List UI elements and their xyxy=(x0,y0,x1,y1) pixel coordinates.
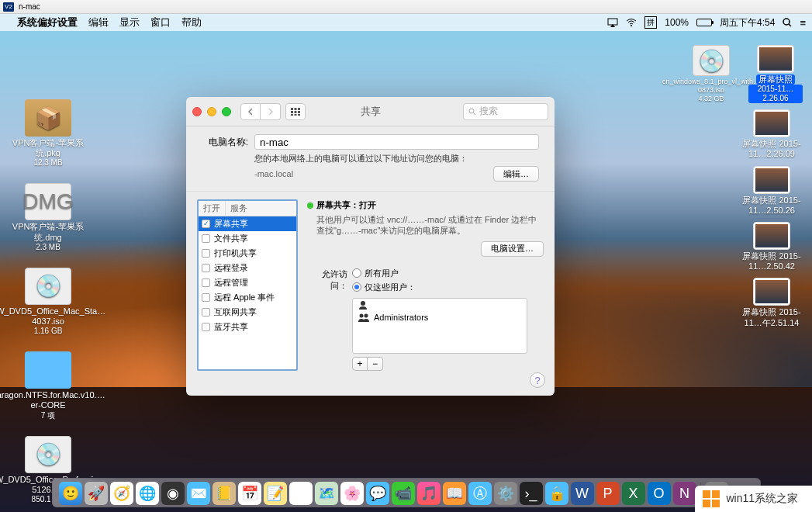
notification-center-icon[interactable]: ≡ xyxy=(800,17,806,29)
dock-launchpad-icon[interactable]: 🚀 xyxy=(85,482,108,505)
app-menu[interactable]: 系统偏好设置 xyxy=(17,16,78,29)
clock[interactable]: 周五下午4:54 xyxy=(720,16,775,29)
service-checkbox[interactable] xyxy=(202,323,210,331)
package-icon: 📦 xyxy=(25,99,71,137)
dock-powerpoint-icon[interactable]: P xyxy=(596,482,620,505)
service-item[interactable]: 远程管理 xyxy=(199,275,296,290)
group-icon xyxy=(358,313,370,322)
help-button[interactable]: ? xyxy=(530,372,545,388)
dock-dashboard-icon[interactable]: ◉ xyxy=(161,482,185,505)
search-input[interactable]: 搜索 xyxy=(463,103,548,120)
dock-messages-icon[interactable]: 💬 xyxy=(366,482,389,505)
svg-rect-5 xyxy=(291,108,293,110)
dock-photos-icon[interactable]: 🌸 xyxy=(340,482,364,505)
access-label: 允许访问： xyxy=(307,268,347,292)
airplay-icon[interactable] xyxy=(607,18,618,27)
iso-icon: 💿 xyxy=(693,45,730,76)
wifi-icon[interactable] xyxy=(626,19,637,26)
service-checkbox[interactable] xyxy=(202,264,210,272)
dock-outlook-icon[interactable]: O xyxy=(648,482,671,505)
service-item[interactable]: 打印机共享 xyxy=(199,246,296,261)
service-checkbox[interactable] xyxy=(202,278,210,287)
spotlight-icon[interactable] xyxy=(783,18,792,27)
maximize-button[interactable] xyxy=(222,107,231,116)
col-service[interactable]: 服务 xyxy=(226,201,296,216)
dock-notes-icon[interactable]: 📝 xyxy=(264,482,287,505)
menu-view[interactable]: 显示 xyxy=(119,16,140,29)
service-item[interactable]: 互联网共享 xyxy=(199,305,296,320)
dock-reminders-icon[interactable]: ✓ xyxy=(289,482,313,505)
service-checkbox[interactable] xyxy=(202,293,210,302)
dock-calendar-icon[interactable]: 📅 xyxy=(238,482,261,505)
service-item[interactable]: 远程 Apple 事件 xyxy=(199,290,296,305)
svg-point-17 xyxy=(360,313,364,317)
close-button[interactable] xyxy=(192,107,202,116)
svg-line-4 xyxy=(789,24,791,26)
svg-rect-0 xyxy=(608,19,617,25)
window-titlebar[interactable]: 共享 搜索 xyxy=(186,97,555,126)
service-checkbox[interactable] xyxy=(202,234,210,243)
service-item[interactable]: 远程登录 xyxy=(199,261,296,275)
dock-terminal-icon[interactable]: ›_ xyxy=(520,482,543,505)
desktop-icon-screenshot-selected[interactable]: 屏幕快照 2015-11…2.26.06 xyxy=(748,45,803,103)
dock-ibooks-icon[interactable]: 📖 xyxy=(443,482,466,505)
radio-only-users[interactable] xyxy=(352,282,361,292)
desktop-icon-folder[interactable]: Paragon.NTFS.for.Mac.v10.…er-CORE 7 项 xyxy=(9,351,87,420)
dock-mail-icon[interactable]: ✉️ xyxy=(187,482,210,505)
col-on[interactable]: 打开 xyxy=(199,201,226,216)
service-checkbox[interactable] xyxy=(202,249,210,258)
dock-appstore-icon[interactable]: Ⓐ xyxy=(468,482,492,505)
user-list[interactable]: Administrators xyxy=(352,298,527,354)
service-checkbox[interactable] xyxy=(202,308,210,317)
service-label: 远程管理 xyxy=(214,277,248,289)
remove-user-button[interactable]: − xyxy=(368,357,383,371)
dock-onenote-icon[interactable]: N xyxy=(673,482,696,505)
desktop-icon-screenshot[interactable]: 屏幕快照 2015-11…午2.51.14 xyxy=(741,278,803,327)
service-detail: 屏幕共享：打开 其他用户可以通过 vnc://……-mac/ 或通过在 Find… xyxy=(307,199,544,371)
dock-finder-icon[interactable]: 🙂 xyxy=(59,482,82,505)
menu-edit[interactable]: 编辑 xyxy=(88,16,109,29)
desktop-icon-win8iso[interactable]: 💿 cn_windows_8.1_pro_vl_with…0873.iso 4.… xyxy=(680,45,742,103)
dock-safari-icon[interactable]: 🧭 xyxy=(110,482,133,505)
svg-point-16 xyxy=(361,301,365,306)
desktop-icon-iso1[interactable]: 💿 SW_DVD5_Office_Mac_Sta…4037.iso 1.16 G… xyxy=(9,268,87,336)
minimize-button[interactable] xyxy=(207,107,216,116)
desktop-icon-pkg[interactable]: 📦 VPN客户端-苹果系统.pkg 12.3 MB xyxy=(9,99,87,168)
service-label: 打印机共享 xyxy=(214,247,257,259)
service-item[interactable]: ✓屏幕共享 xyxy=(199,216,296,231)
dock-maps-icon[interactable]: 🗺️ xyxy=(315,482,338,505)
service-label: 远程登录 xyxy=(214,262,248,274)
dock-contacts-icon[interactable]: 📒 xyxy=(213,482,236,505)
svg-point-14 xyxy=(469,109,474,113)
vnc-logo-icon: V2 xyxy=(3,2,14,12)
back-button[interactable] xyxy=(240,103,261,120)
dock-preferences-icon[interactable]: ⚙️ xyxy=(494,482,517,505)
local-hostname: -mac.local xyxy=(254,169,293,178)
computer-name-input[interactable] xyxy=(254,134,539,150)
screenshot-icon xyxy=(757,45,794,73)
dock-chrome-icon[interactable]: 🌐 xyxy=(136,482,159,505)
dock-facetime-icon[interactable]: 📹 xyxy=(392,482,415,505)
desktop-icon-screenshot[interactable]: 屏幕快照 2015-11…2.26.09 xyxy=(741,109,803,159)
menu-window[interactable]: 窗口 xyxy=(150,16,171,29)
dock-itunes-icon[interactable]: 🎵 xyxy=(417,482,441,505)
service-item[interactable]: 蓝牙共享 xyxy=(199,320,296,334)
computer-settings-button[interactable]: 电脑设置… xyxy=(481,241,544,257)
desktop-icon-dmg[interactable]: DMG VPN客户端-苹果系统.dmg 2.3 MB xyxy=(9,183,87,251)
service-item[interactable]: 文件共享 xyxy=(199,231,296,246)
menu-help[interactable]: 帮助 xyxy=(181,16,202,29)
desktop-icon-screenshot[interactable]: 屏幕快照 2015-11…2.50.26 xyxy=(741,166,803,216)
service-checkbox[interactable]: ✓ xyxy=(202,220,210,228)
input-method-icon[interactable]: 拼 xyxy=(644,16,657,29)
radio-all-users[interactable] xyxy=(352,268,361,278)
battery-icon[interactable] xyxy=(696,19,712,26)
forward-button[interactable] xyxy=(261,103,281,120)
edit-hostname-button[interactable]: 编辑… xyxy=(493,166,539,182)
site-badge: win11系统之家 xyxy=(695,486,812,512)
show-all-button[interactable] xyxy=(285,103,306,120)
dock-word-icon[interactable]: W xyxy=(571,482,594,505)
dock-vpn-icon[interactable]: 🔒 xyxy=(545,482,568,505)
dock-excel-icon[interactable]: X xyxy=(622,482,645,505)
add-user-button[interactable]: + xyxy=(352,357,368,371)
desktop-icon-screenshot[interactable]: 屏幕快照 2015-11…2.50.42 xyxy=(741,222,803,272)
